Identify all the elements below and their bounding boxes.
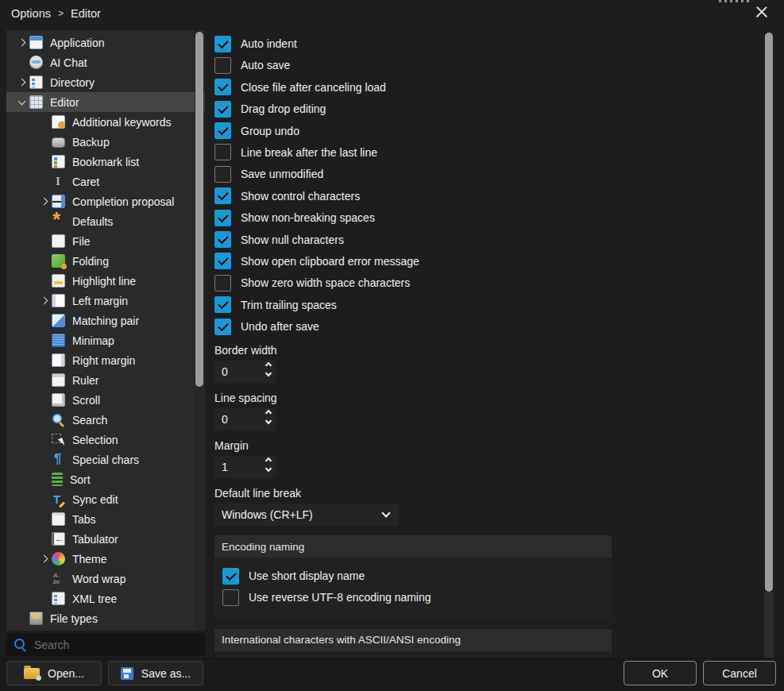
chevron-icon (38, 589, 52, 608)
spin-up-icon[interactable] (265, 457, 272, 464)
save-floppy-icon (121, 667, 133, 680)
sidebar-item-file[interactable]: File (6, 231, 205, 251)
chevron-right-icon[interactable] (16, 33, 29, 52)
sidebar-item-directory[interactable]: Directory (6, 72, 205, 92)
chevron-right-icon[interactable] (38, 191, 52, 211)
sidebar-item-selection[interactable]: Selection (6, 430, 205, 450)
checkbox-label: Show open clipboard error message (241, 255, 419, 268)
sidebar-item-left-margin[interactable]: Left margin (6, 291, 205, 311)
sidebar-item-label: Theme (72, 553, 107, 566)
checkbox-label: Undo after save (241, 320, 319, 333)
checkbox-trim-trailing[interactable] (214, 296, 231, 313)
sidebar-item-label: Highlight line (72, 275, 136, 288)
settings-tree: Application AI Chat Directory Editor Add… (6, 30, 205, 631)
sidebar-item-xml-tree[interactable]: XML tree (6, 589, 205, 608)
checkbox-clipboard-error[interactable] (214, 253, 231, 269)
chevron-down-icon[interactable] (16, 92, 29, 112)
checkbox-reverse-utf8[interactable] (222, 589, 239, 606)
search-input[interactable] (33, 638, 183, 652)
tree-scrollbar-thumb[interactable] (195, 32, 203, 387)
spin-down-icon[interactable] (265, 418, 272, 424)
line-spacing-spinner[interactable]: 0 (214, 408, 276, 430)
chevron-icon (38, 311, 52, 330)
spin-up-icon[interactable] (265, 362, 272, 369)
tree-search[interactable] (6, 633, 205, 656)
sidebar-item-defaults[interactable]: Defaults (6, 211, 205, 231)
checkbox-undo-after-save[interactable] (214, 318, 231, 335)
checkbox-show-null-chars[interactable] (214, 231, 231, 248)
checkbox-save-unmodified[interactable] (214, 166, 231, 183)
border-width-spinner[interactable]: 0 (214, 361, 276, 383)
checkbox-row: Show open clipboard error message (214, 253, 613, 270)
tree-scrollbar[interactable] (195, 30, 204, 631)
close-icon[interactable] (750, 2, 774, 22)
checkbox-auto-indent[interactable] (214, 36, 231, 52)
spinner-value: 0 (222, 365, 228, 378)
spin-down-icon[interactable] (265, 465, 272, 472)
chevron-right-icon[interactable] (16, 72, 29, 92)
line-spacing-field: Line spacing 0 (214, 390, 613, 430)
sidebar-item-file-types[interactable]: File types (6, 608, 205, 628)
checkbox-row: Drag drop editing (214, 100, 613, 118)
sidebar-item-editor[interactable]: Editor (6, 92, 205, 112)
sidebar-item-word-wrap[interactable]: Word wrap (6, 569, 205, 589)
checkbox-show-control-chars[interactable] (214, 187, 231, 204)
checkbox-short-display-name[interactable] (222, 568, 239, 585)
sync-edit-icon (52, 492, 65, 506)
sidebar-item-application[interactable]: Application (6, 33, 205, 52)
sidebar-item-label: Special chars (72, 454, 139, 466)
checkbox-label: Drag drop editing (241, 102, 326, 115)
sidebar-item-ai-chat[interactable]: AI Chat (6, 52, 205, 72)
sidebar-item-highlight-line[interactable]: Highlight line (6, 271, 205, 291)
checkbox-close-file[interactable] (214, 79, 231, 95)
margin-spinner[interactable]: 1 (214, 456, 276, 478)
sidebar-item-bookmark-list[interactable]: Bookmark list (6, 152, 205, 172)
checkbox-row: Use reverse UTF-8 encoding naming (222, 589, 612, 606)
sidebar-item-ruler[interactable]: Ruler (6, 370, 205, 390)
checkbox-row: Show non-breaking spaces (214, 209, 613, 226)
sidebar-item-label: Directory (50, 76, 95, 89)
checkbox-drag-drop[interactable] (214, 101, 231, 118)
theme-icon (52, 552, 65, 566)
checkbox-zero-width-chars[interactable] (214, 275, 231, 291)
breadcrumb-options[interactable]: Options (11, 7, 51, 20)
main-scrollbar-thumb[interactable] (765, 33, 773, 592)
breadcrumb: Options > Editor (11, 7, 101, 20)
sidebar-item-folding[interactable]: Folding (6, 251, 205, 271)
default-line-break-select[interactable]: Windows (CR+LF) (214, 504, 399, 526)
sidebar-item-theme[interactable]: Theme (6, 549, 205, 569)
chevron-right-icon[interactable] (38, 291, 52, 311)
sidebar-item-scroll[interactable]: Scroll (6, 390, 205, 410)
checkbox-line-break-last-line[interactable] (214, 144, 231, 160)
save-as-button[interactable]: Save as... (108, 661, 203, 685)
checkbox-row: Show null characters (214, 231, 613, 249)
sidebar-item-tabulator[interactable]: Tabulator (6, 529, 205, 549)
sidebar-item-caret[interactable]: Caret (6, 172, 205, 191)
sidebar-item-sort[interactable]: Sort (6, 469, 205, 489)
sidebar-item-search[interactable]: Search (6, 410, 205, 430)
sidebar-item-minimap[interactable]: Minimap (6, 330, 205, 350)
sidebar-item-label: Word wrap (72, 573, 126, 585)
sidebar-item-matching-pair[interactable]: Matching pair (6, 311, 205, 330)
sidebar-item-completion-proposal[interactable]: Completion proposal (6, 191, 205, 211)
open-button-label: Open... (48, 667, 84, 680)
sidebar-item-additional-keywords[interactable]: Additional keywords (6, 112, 205, 132)
spin-up-icon[interactable] (265, 410, 272, 416)
main-scrollbar-track[interactable] (764, 592, 774, 658)
sidebar-item-tabs[interactable]: Tabs (6, 509, 205, 529)
sidebar-item-right-margin[interactable]: Right margin (6, 350, 205, 370)
checkbox-row: Trim trailing spaces (214, 296, 613, 314)
cancel-button[interactable]: Cancel (703, 661, 776, 685)
spin-down-icon[interactable] (265, 370, 272, 376)
sidebar-item-label: Tabulator (72, 533, 118, 546)
checkbox-group-undo[interactable] (214, 122, 231, 139)
ok-button[interactable]: OK (624, 661, 697, 685)
chevron-icon (38, 489, 52, 509)
checkbox-show-nbsp[interactable] (214, 210, 231, 226)
sidebar-item-special-chars[interactable]: Special chars (6, 450, 205, 469)
sidebar-item-backup[interactable]: Backup (6, 132, 205, 152)
checkbox-auto-save[interactable] (214, 57, 231, 74)
sidebar-item-sync-edit[interactable]: Sync edit (6, 489, 205, 509)
open-button[interactable]: Open... (6, 661, 102, 685)
chevron-right-icon[interactable] (38, 549, 52, 569)
